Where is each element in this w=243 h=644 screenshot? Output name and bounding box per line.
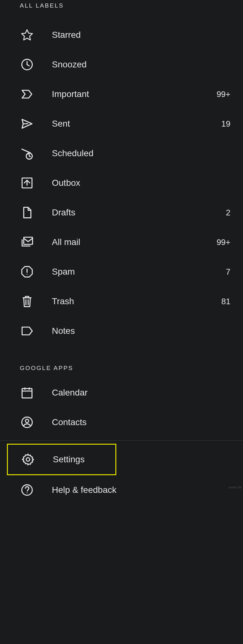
help-icon — [20, 483, 34, 497]
divider — [0, 440, 243, 441]
drawer-item-important[interactable]: Important 99+ — [0, 79, 243, 109]
svg-rect-3 — [24, 237, 33, 244]
drawer-item-label: Help & feedback — [52, 485, 230, 495]
drawer-item-contacts[interactable]: Contacts — [0, 407, 243, 437]
drawer-item-label: Starred — [52, 30, 230, 40]
drawer-item-snoozed[interactable]: Snoozed — [0, 50, 243, 79]
drawer-item-spam[interactable]: Spam 7 — [0, 257, 243, 287]
labels-list: Starred Snoozed Important 99+ Sent 19 — [0, 9, 243, 346]
drawer-item-label: Contacts — [52, 417, 230, 427]
section-header-google-apps: GOOGLE APPS — [0, 346, 243, 372]
calendar-icon — [20, 385, 34, 400]
drawer-item-starred[interactable]: Starred — [0, 20, 243, 50]
contacts-icon — [20, 415, 34, 430]
scheduled-icon — [20, 146, 34, 161]
drawer-item-drafts[interactable]: Drafts 2 — [0, 198, 243, 227]
drawer-item-label: Settings — [53, 454, 103, 464]
gear-icon — [21, 452, 35, 467]
drawer-item-notes[interactable]: Notes — [0, 316, 243, 346]
watermark: www.de — [229, 485, 242, 489]
drawer-item-trash[interactable]: Trash 81 — [0, 287, 243, 316]
drawer-item-count: 19 — [221, 119, 230, 129]
drafts-icon — [20, 205, 34, 220]
drawer-item-label: Snoozed — [52, 60, 230, 70]
drawer-item-label: Important — [52, 89, 217, 99]
drawer-item-allmail[interactable]: All mail 99+ — [0, 227, 243, 257]
clock-icon — [20, 57, 34, 72]
drawer-item-label: Sent — [52, 119, 221, 129]
svg-point-10 — [26, 492, 27, 493]
trash-icon — [20, 294, 34, 309]
svg-point-8 — [26, 458, 30, 461]
star-icon — [20, 28, 34, 42]
allmail-icon — [20, 235, 34, 249]
label-icon — [20, 324, 34, 338]
drawer-item-outbox[interactable]: Outbox — [0, 168, 243, 198]
drawer-item-calendar[interactable]: Calendar — [0, 378, 243, 407]
drawer-item-help[interactable]: Help & feedback — [0, 475, 243, 505]
important-icon — [20, 87, 34, 101]
spam-icon — [20, 265, 34, 279]
drawer-item-label: Notes — [52, 326, 230, 336]
drawer-item-label: Spam — [52, 267, 226, 277]
drawer-item-label: Calendar — [52, 388, 230, 398]
google-apps-list: Calendar Contacts — [0, 372, 243, 437]
drawer-item-label: Outbox — [52, 178, 230, 188]
svg-point-4 — [27, 274, 28, 275]
svg-point-7 — [25, 419, 29, 423]
drawer-item-sent[interactable]: Sent 19 — [0, 109, 243, 139]
drawer-item-label: Trash — [52, 296, 221, 306]
bottom-list: Settings Help & feedback — [0, 444, 243, 505]
drawer-item-label: Drafts — [52, 208, 226, 218]
drawer-item-scheduled[interactable]: Scheduled — [0, 139, 243, 168]
drawer-item-label: All mail — [52, 237, 217, 247]
sent-icon — [20, 117, 34, 131]
drawer-item-count: 7 — [226, 267, 230, 277]
drawer-item-count: 99+ — [217, 89, 230, 99]
svg-rect-5 — [22, 389, 32, 398]
drawer-item-count: 81 — [221, 297, 230, 306]
drawer-item-settings[interactable]: Settings — [7, 444, 116, 475]
gmail-drawer: ALL LABELS Starred Snoozed Important 99+ — [0, 0, 243, 644]
outbox-icon — [20, 176, 34, 190]
drawer-item-count: 2 — [226, 208, 230, 218]
section-header-all-labels: ALL LABELS — [0, 0, 243, 9]
drawer-item-label: Scheduled — [52, 148, 230, 158]
drawer-item-count: 99+ — [217, 237, 230, 247]
